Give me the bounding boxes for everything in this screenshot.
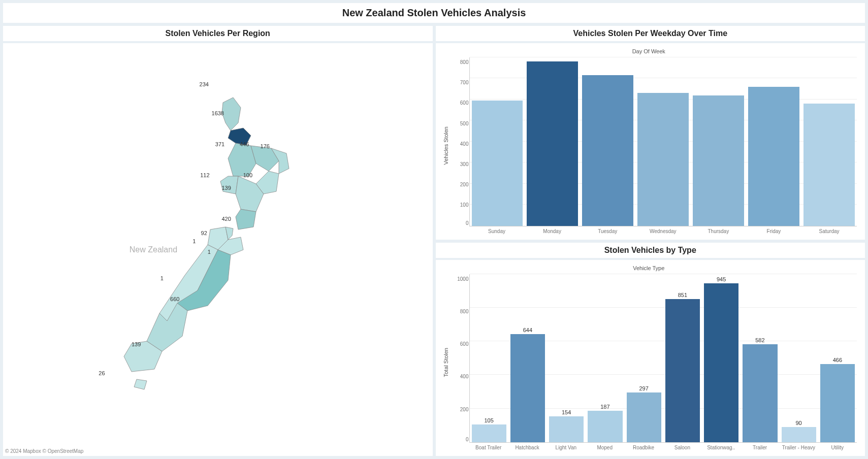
bar[interactable]: [582, 75, 633, 225]
category-label: Stationwag..: [702, 445, 741, 451]
bar[interactable]: [782, 427, 816, 442]
bar-value-label: 945: [717, 276, 726, 282]
category-label: Wednesday: [635, 228, 691, 235]
category-label: Tuesday: [580, 228, 635, 235]
weekday-chart-title: Vehicles Stolen Per Weekday Over Time: [436, 26, 865, 41]
bar-cell[interactable]: [580, 57, 635, 226]
bar[interactable]: [627, 392, 661, 442]
bar-cell[interactable]: [746, 57, 801, 226]
type-chart-body[interactable]: Vehicle Type Total Stolen 10008006004002…: [436, 260, 865, 456]
bar-cell[interactable]: [801, 57, 857, 226]
bar[interactable]: [743, 344, 777, 442]
dashboard: New Zealand Stolen Vehicles Analysis Sto…: [3, 3, 865, 456]
category-label: Saturday: [801, 228, 857, 235]
bar[interactable]: [820, 364, 855, 442]
map-attribution: © 2024 Mapbox © OpenStreetMap: [5, 448, 83, 454]
category-label: Sunday: [469, 228, 525, 235]
bar-cell[interactable]: 297: [625, 274, 663, 443]
bar-value-label: 90: [796, 420, 802, 426]
bar-value-label: 154: [562, 409, 571, 415]
bar[interactable]: [588, 411, 622, 442]
region-wellington[interactable]: [236, 209, 256, 230]
category-label: Trailer: [741, 445, 779, 451]
map-panel: Stolen Vehicles Per Region: [3, 26, 433, 456]
bar[interactable]: [510, 334, 545, 442]
category-label: Thursday: [691, 228, 746, 235]
type-chart-subtitle: Vehicle Type: [441, 265, 857, 271]
bar-cell[interactable]: 644: [508, 274, 547, 443]
weekday-chart-body[interactable]: Day Of Week Vehicles Stolen 800700600500…: [436, 43, 865, 240]
category-label: Light Van: [546, 445, 585, 451]
type-chart-panel: Stolen Vehicles by Type Vehicle Type Tot…: [436, 243, 865, 456]
bar[interactable]: [693, 95, 744, 226]
bar[interactable]: [748, 87, 799, 225]
type-chart-title: Stolen Vehicles by Type: [436, 243, 865, 258]
region-northland[interactable]: [222, 97, 241, 130]
bar-value-label: 466: [833, 357, 842, 363]
dashboard-title: New Zealand Stolen Vehicles Analysis: [3, 3, 865, 23]
bar[interactable]: [549, 416, 584, 442]
bar-cell[interactable]: 466: [818, 274, 857, 443]
map-value-northland: 234: [200, 81, 209, 87]
bar-value-label: 297: [639, 385, 648, 391]
map-title: Stolen Vehicles Per Region: [3, 26, 433, 41]
bar[interactable]: [472, 101, 523, 226]
bar-cell[interactable]: 154: [547, 274, 586, 443]
bar-value-label: 187: [600, 404, 609, 410]
category-label: Boat Trailer: [469, 445, 508, 451]
nz-map-svg: [76, 87, 360, 412]
region-taranaki[interactable]: [220, 176, 238, 194]
region-stewart[interactable]: [134, 379, 147, 389]
bar-value-label: 851: [678, 292, 687, 298]
bar-cell[interactable]: 90: [780, 274, 818, 443]
bar[interactable]: [665, 299, 700, 442]
region-auckland[interactable]: [228, 128, 251, 146]
bar-cell[interactable]: [691, 57, 746, 226]
bar[interactable]: [527, 61, 578, 225]
bar[interactable]: [803, 104, 855, 225]
bar[interactable]: [472, 424, 506, 442]
category-label: Moped: [586, 445, 624, 451]
type-categories: Boat TrailerHatchbackLight VanMopedRoadb…: [469, 445, 857, 451]
bar-value-label: 105: [484, 417, 493, 423]
bar-value-label: 582: [755, 337, 764, 343]
category-label: Trailer - Heavy: [779, 445, 818, 451]
bar-value-label: 644: [523, 327, 532, 333]
weekday-ylabel: Vehicles Stolen: [441, 57, 449, 235]
type-bars-row: 10008006004002000 1056441541872978519455…: [469, 274, 857, 443]
category-label: Friday: [746, 228, 801, 235]
bar-cell[interactable]: 187: [586, 274, 624, 443]
weekday-chart-subtitle: Day Of Week: [441, 48, 857, 54]
bar-cell[interactable]: 851: [663, 274, 702, 443]
bar[interactable]: [704, 283, 738, 442]
category-label: Hatchback: [508, 445, 546, 451]
bar-cell[interactable]: [470, 57, 525, 226]
right-panel: Vehicles Stolen Per Weekday Over Time Da…: [436, 26, 865, 456]
bar-cell[interactable]: [635, 57, 691, 226]
type-ylabel: Total Stolen: [441, 274, 449, 451]
category-label: Utility: [818, 445, 857, 451]
category-label: Monday: [525, 228, 580, 235]
bar[interactable]: [637, 93, 689, 225]
bar-cell[interactable]: 582: [741, 274, 779, 443]
weekday-bars-row: 8007006005004003002001000: [469, 57, 857, 226]
bar-cell[interactable]: 105: [470, 274, 508, 443]
content-grid: Stolen Vehicles Per Region: [3, 26, 865, 456]
weekday-categories: SundayMondayTuesdayWednesdayThursdayFrid…: [469, 228, 857, 235]
category-label: Roadbike: [624, 445, 663, 451]
bar-cell[interactable]: [525, 57, 580, 226]
map-body[interactable]: New Zealand 234 1638 371 446 176 112 139…: [3, 43, 433, 456]
bar-cell[interactable]: 945: [702, 274, 741, 443]
category-label: Saloon: [663, 445, 701, 451]
weekday-chart-panel: Vehicles Stolen Per Weekday Over Time Da…: [436, 26, 865, 240]
